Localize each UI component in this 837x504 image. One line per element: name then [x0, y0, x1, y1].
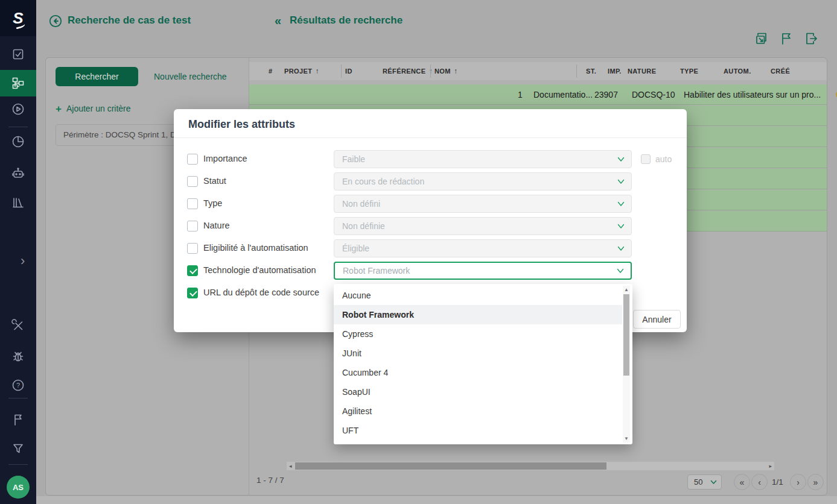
library-icon: [11, 196, 25, 209]
squash-logo[interactable]: S: [0, 0, 36, 36]
sidebar-expand-icon[interactable]: ›: [21, 253, 25, 269]
chevron-down-icon: [617, 201, 625, 207]
col-statut[interactable]: ST.: [586, 68, 596, 75]
importance-checkbox[interactable]: [187, 154, 198, 165]
scrollbar-thumb[interactable]: [295, 462, 606, 470]
url-depot-checkbox[interactable]: [187, 288, 198, 298]
type-select[interactable]: Non défini: [334, 195, 632, 213]
scroll-up-icon[interactable]: ▲: [623, 287, 630, 292]
sidebar-item-executions[interactable]: [0, 96, 36, 122]
nature-checkbox[interactable]: [187, 221, 198, 232]
dropdown-option-selected[interactable]: Robot Framework: [334, 305, 622, 324]
field-label[interactable]: Nature: [203, 221, 230, 230]
field-label[interactable]: Importance: [203, 154, 247, 163]
sort-asc-icon: ↑: [315, 67, 319, 75]
importance-select[interactable]: Faible: [334, 150, 632, 168]
sidebar-item-reporting[interactable]: [0, 128, 36, 155]
dropdown-option[interactable]: Aucune: [334, 286, 622, 305]
field-label[interactable]: Technologie d'automatisation: [203, 265, 316, 275]
sidebar-item-automation[interactable]: [0, 160, 36, 186]
sidebar-item-help[interactable]: ?: [0, 372, 36, 398]
robot-automation-icon: [11, 166, 25, 180]
flag-toolbar-button[interactable]: [778, 31, 794, 46]
select-value: Éligible: [342, 244, 369, 253]
duplicate-search-icon: [754, 31, 769, 46]
sidebar-item-requirements[interactable]: [0, 41, 36, 68]
new-search-link[interactable]: Nouvelle recherche: [154, 72, 227, 81]
results-title: Résultats de recherche: [290, 14, 403, 27]
test-case-tree-icon: [11, 77, 25, 90]
scroll-left-icon[interactable]: ◂: [289, 462, 292, 470]
auto-checkbox[interactable]: [641, 154, 651, 164]
col-projet[interactable]: PROJET↑: [284, 67, 319, 75]
scrollbar-thumb[interactable]: [623, 294, 629, 376]
nature-select[interactable]: Non définie: [334, 217, 632, 235]
technologie-select[interactable]: Robot Framework: [334, 262, 632, 280]
prev-page-button[interactable]: ‹: [751, 474, 768, 490]
add-criterion-button[interactable]: +Ajouter un critère: [56, 103, 131, 115]
modify-search-button[interactable]: [754, 31, 769, 46]
technologie-checkbox[interactable]: [187, 265, 198, 276]
chevron-down-icon: [617, 268, 624, 274]
sidebar-item-test-cases[interactable]: [0, 70, 36, 96]
user-avatar[interactable]: AS: [7, 476, 30, 499]
select-value: Faible: [342, 154, 365, 164]
dropdown-scrollbar[interactable]: ▲ ▼: [623, 286, 630, 443]
dialog-divider: [174, 137, 687, 138]
pie-chart-icon: [11, 135, 25, 148]
type-checkbox[interactable]: [187, 198, 198, 209]
eligibilite-checkbox[interactable]: [187, 243, 198, 254]
scroll-right-icon[interactable]: ▸: [769, 462, 772, 470]
col-importance[interactable]: IMP.: [608, 68, 622, 75]
page-title[interactable]: Recherche de cas de test: [68, 14, 191, 27]
field-label[interactable]: URL du dépôt de code source: [203, 288, 319, 297]
sidebar-divider: [8, 398, 28, 398]
logo-swoosh: [15, 22, 25, 29]
field-row-type: Type Non défini: [174, 195, 687, 213]
plus-icon: +: [56, 103, 62, 115]
first-page-button[interactable]: «: [734, 474, 750, 490]
cancel-button[interactable]: Annuler: [633, 310, 681, 329]
flag-icon: [778, 31, 794, 46]
collapse-panel-icon[interactable]: «: [275, 14, 281, 28]
dropdown-option[interactable]: Agilitest: [334, 402, 622, 421]
last-page-button[interactable]: »: [807, 474, 824, 490]
sidebar-item-library[interactable]: [0, 189, 36, 216]
dropdown-option[interactable]: Cypress: [334, 324, 622, 344]
col-nom[interactable]: NOM↑: [434, 67, 457, 75]
col-id[interactable]: ID: [345, 68, 352, 75]
result-range-label: 1 - 7 / 7: [256, 476, 284, 485]
col-cree[interactable]: CRÉÉ: [771, 68, 790, 75]
col-reference[interactable]: RÉFÉRENCE↑: [383, 67, 433, 75]
horizontal-scrollbar[interactable]: ◂ ▸: [287, 462, 774, 470]
filter-icon: [11, 442, 25, 455]
sidebar-item-administration[interactable]: [0, 312, 36, 339]
next-page-button[interactable]: ›: [790, 474, 806, 490]
field-label[interactable]: Type: [203, 198, 222, 208]
dropdown-option[interactable]: SoapUI: [334, 382, 622, 402]
statut-checkbox[interactable]: [187, 176, 198, 187]
field-label[interactable]: Statut: [203, 176, 226, 186]
col-autom[interactable]: AUTOM.: [724, 68, 751, 75]
table-row[interactable]: 1 Documentatio... 23907 DOCSQ-10 Habilit…: [249, 84, 827, 105]
sidebar-item-filter[interactable]: [0, 435, 36, 462]
statut-select[interactable]: En cours de rédaction: [334, 172, 632, 191]
dropdown-option[interactable]: JUnit: [334, 344, 622, 363]
dropdown-option[interactable]: Cucumber 4: [334, 363, 622, 382]
field-label[interactable]: Eligibilité à l'automatisation: [203, 243, 308, 253]
export-button[interactable]: [804, 31, 819, 46]
col-type[interactable]: TYPE: [680, 68, 698, 75]
page-size-select[interactable]: 50: [687, 474, 722, 490]
search-button[interactable]: Rechercher: [56, 67, 138, 86]
dropdown-option[interactable]: UFT: [334, 421, 622, 440]
col-num[interactable]: #: [269, 68, 273, 75]
back-button[interactable]: [49, 14, 62, 28]
sidebar-item-milestones[interactable]: [0, 406, 36, 433]
column-separator: [576, 65, 577, 78]
col-nature[interactable]: NATURE: [628, 68, 656, 75]
sidebar-item-bugtracker[interactable]: [0, 343, 36, 370]
checkbox-list-icon: [11, 48, 25, 61]
scroll-down-icon[interactable]: ▼: [623, 436, 630, 441]
auto-label: auto: [655, 154, 672, 164]
eligibilite-select[interactable]: Éligible: [334, 239, 632, 257]
